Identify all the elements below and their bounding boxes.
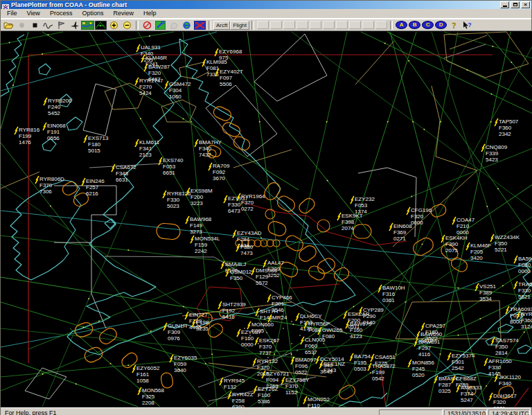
menu-review[interactable]: Review <box>108 9 139 18</box>
aircraft-squawk: 0520 <box>412 372 425 378</box>
aircraft-callsign: BAW891 <box>418 339 441 345</box>
context-help-button[interactable]: ? <box>461 20 474 30</box>
globe-icon <box>182 21 191 30</box>
menu-help[interactable]: Help <box>139 9 161 18</box>
aircraft-squawk: 2123 <box>139 152 152 158</box>
menu-view[interactable]: View <box>22 9 45 18</box>
aircraft-callsign: DMS986 <box>256 267 278 274</box>
aircraft-view-button[interactable] <box>68 20 81 30</box>
aircraft-callsign: CPA257 <box>425 323 446 329</box>
zoom-out-button[interactable] <box>121 20 134 30</box>
aircraft-squawk: 0522 <box>295 369 308 376</box>
menu-options[interactable]: Options <box>77 9 108 18</box>
aircraft-flight-level: F191 <box>47 129 60 135</box>
aircraft-squawk: 2074 <box>342 225 354 231</box>
aircraft-callsign: RYR18 <box>521 311 532 317</box>
aircraft-squawk: 0556 <box>47 135 60 141</box>
aircraft-squawk: 5023 <box>167 203 179 209</box>
aircraft-callsign: EZY6968 <box>219 48 242 55</box>
aircraft-callsign: GWI265 <box>322 327 343 333</box>
world-button[interactable] <box>180 20 193 30</box>
radar-view-button[interactable] <box>94 20 107 30</box>
toolbar-separator <box>390 21 393 30</box>
toolbar-blank-button <box>296 21 308 29</box>
aircraft-callsign: SHT7H <box>260 308 278 315</box>
aircraft-flight-level: F320 <box>148 70 161 76</box>
aircraft-squawk: 7306 <box>39 188 52 195</box>
minimize-button[interactable] <box>500 1 509 8</box>
aircraft-flight-level: F370 <box>285 383 299 389</box>
aircraft-callsign: DLH3617 <box>493 393 517 399</box>
plane-icon <box>70 21 80 30</box>
aircraft-callsign: EIN608 <box>393 223 412 229</box>
aircraft-flight-level: F094 <box>266 377 279 383</box>
chart-view-button[interactable] <box>81 20 94 30</box>
aircraft-squawk: 4116 <box>418 351 431 357</box>
aircraft-list-button[interactable]: Arcft <box>213 21 230 30</box>
aircraft-squawk: 2075 <box>445 247 458 254</box>
aircraft-callsign: DLH6CY <box>300 313 322 319</box>
open-chart-button[interactable] <box>2 20 15 30</box>
aircraft-squawk: 1060 <box>169 94 181 100</box>
aircraft-flight-level: F343 <box>323 367 337 373</box>
mode-b-button[interactable]: B <box>409 21 420 29</box>
signal-trace-button[interactable] <box>42 20 55 30</box>
mark-flag-button[interactable] <box>55 20 68 30</box>
menu-process[interactable]: Process <box>45 9 78 18</box>
aircraft-squawk: 1476 <box>19 139 31 145</box>
aircraft-flight-level: F284 <box>237 236 250 242</box>
mode-a-button[interactable]: A <box>396 21 407 29</box>
chart-area[interactable]: UAL931F3407255KLM46RF241BAW287F3206467RY… <box>1 31 531 407</box>
aircraft-callsign: RYR945 <box>224 378 245 384</box>
wrench-icon <box>155 21 166 30</box>
no-entry-icon <box>143 21 152 30</box>
aircraft-flight-level: F110 <box>308 403 320 407</box>
aircraft-callsign: RYR8206 <box>48 98 72 104</box>
title-bar[interactable]: PlanePlotter from COAA - Outline chart × <box>1 1 531 9</box>
aircraft-callsign: CNQ809 <box>486 144 508 150</box>
aircraft-squawk: 7737 <box>259 350 272 356</box>
aircraft-squawk: 3273 <box>190 229 202 235</box>
stop-button[interactable] <box>28 20 42 30</box>
reg-key-button[interactable]: ? <box>447 20 461 30</box>
aircraft-flight-level: F161 <box>136 371 150 378</box>
aircraft-callsign: RYR1747 <box>139 78 163 84</box>
no-entry-button[interactable] <box>141 20 154 30</box>
menu-file[interactable]: File <box>2 9 22 18</box>
aircraft-callsign: BMA097 <box>295 357 317 363</box>
aircraft-squawk: 6537 <box>305 349 317 355</box>
status-help-text: For Help, press F1 <box>2 409 378 415</box>
aircraft-callsign: CSA672 <box>116 164 136 170</box>
aircraft-squawk: 0000 <box>518 268 531 274</box>
status-empty-panel <box>379 409 443 415</box>
aircraft-flight-level: F240 <box>48 104 61 110</box>
aircraft-squawk: 5015 <box>88 148 100 154</box>
aircraft-callsign: ESK9KT <box>342 213 363 219</box>
zoom-out-icon <box>123 21 132 30</box>
aircraft-flight-level: F370 <box>259 344 272 350</box>
close-button[interactable]: × <box>521 1 530 8</box>
aircraft-callsign: ESK267 <box>259 337 280 344</box>
hide-aircraft-button[interactable] <box>193 20 206 30</box>
mode-c-button[interactable]: C <box>422 21 434 29</box>
flight-list-button[interactable]: Flight <box>230 21 249 30</box>
aircraft-callsign: EIN727 <box>189 312 208 318</box>
aircraft-callsign: EZY6721 <box>266 371 290 377</box>
zoom-in-button[interactable] <box>107 20 121 30</box>
restore-button[interactable] <box>511 1 520 8</box>
aircraft-callsign: MR24 <box>272 315 287 321</box>
ghost-button <box>167 20 180 30</box>
aircraft-flight-level: F370 <box>39 182 53 188</box>
aircraft-flight-level: F350 <box>495 344 508 350</box>
aircraft-squawk: 7473 <box>240 250 253 256</box>
outline-chart-map[interactable]: UAL931F3407255KLM46RF241BAW287F3206467RY… <box>1 31 532 407</box>
tools-button[interactable] <box>154 20 167 30</box>
mode-d-button[interactable]: D <box>435 21 447 29</box>
aircraft-squawk: 1058 <box>136 378 149 384</box>
aircraft-flight-level: F374 <box>461 391 474 397</box>
aircraft-squawk: 2542 <box>452 365 464 371</box>
record-button <box>15 20 28 30</box>
aircraft-callsign: EZY26Z <box>258 386 278 392</box>
aircraft-callsign: CFB68Z <box>456 376 477 382</box>
aircraft-flight-level: F053 <box>355 202 368 209</box>
